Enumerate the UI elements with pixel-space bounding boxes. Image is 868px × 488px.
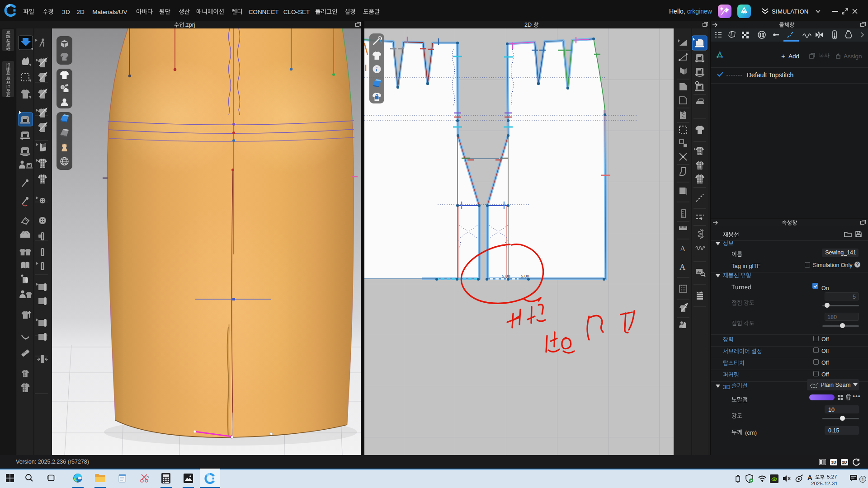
svg-text:A: A: [679, 263, 685, 272]
svg-text:5.00: 5.00: [502, 273, 510, 278]
svg-text:5.00: 5.00: [521, 273, 529, 278]
svg-text:i: i: [376, 66, 377, 73]
svg-text:A: A: [680, 244, 686, 253]
